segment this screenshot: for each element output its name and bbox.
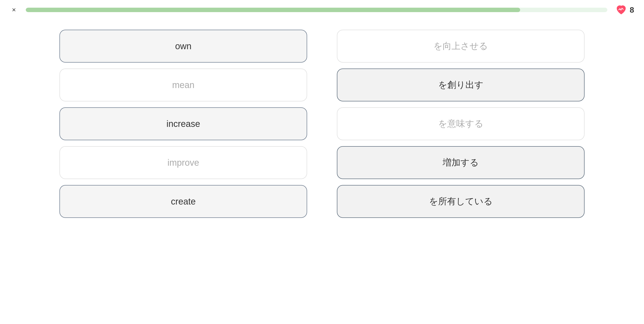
pairs-grid: own を向上させる mean を創り出す increase を意味する imp… <box>60 30 584 218</box>
japanese-card-1[interactable]: を向上させる <box>337 30 584 63</box>
japanese-card-2[interactable]: を創り出す <box>337 68 584 101</box>
progress-bar-fill <box>26 8 520 12</box>
english-card-5[interactable]: create <box>60 185 307 218</box>
lives-container: 8 <box>615 4 634 16</box>
japanese-card-4[interactable]: 増加する <box>337 146 584 179</box>
japanese-card-5[interactable]: を所有している <box>337 185 584 218</box>
english-card-3[interactable]: increase <box>60 107 307 140</box>
app-header: × 8 <box>0 0 644 20</box>
close-button[interactable]: × <box>10 4 18 15</box>
japanese-card-3[interactable]: を意味する <box>337 107 584 140</box>
english-card-1[interactable]: own <box>60 30 307 63</box>
lives-count: 8 <box>630 5 634 14</box>
english-card-2[interactable]: mean <box>60 68 307 101</box>
heart-icon <box>615 4 627 16</box>
main-content: own を向上させる mean を創り出す increase を意味する imp… <box>0 20 644 228</box>
progress-bar-container <box>26 8 607 12</box>
english-card-4[interactable]: improve <box>60 146 307 179</box>
